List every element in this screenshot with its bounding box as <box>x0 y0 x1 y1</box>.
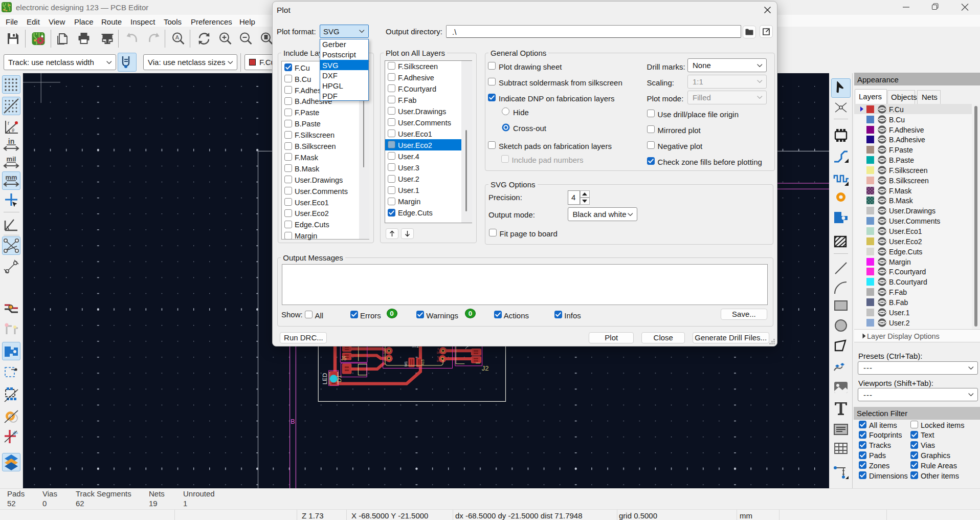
svg-text:7: 7 <box>383 355 385 358</box>
svg-text:3: 3 <box>437 348 439 351</box>
svg-text:θ: θ <box>12 127 14 133</box>
svg-text:in: in <box>8 137 14 145</box>
svg-text:D7: D7 <box>437 359 440 362</box>
svg-text:415: 415 <box>421 359 425 365</box>
svg-text:M1: M1 <box>404 361 408 367</box>
svg-text:D8: D8 <box>437 351 440 354</box>
svg-text:LED: LED <box>322 373 328 384</box>
svg-text:A: A <box>175 34 180 40</box>
svg-text:B: B <box>291 418 295 425</box>
svg-text:5: 5 <box>383 348 385 351</box>
svg-text:J5: J5 <box>341 355 346 361</box>
svg-text:J2: J2 <box>482 364 489 372</box>
svg-text:r: r <box>8 120 10 126</box>
svg-text:mil: mil <box>7 155 16 163</box>
svg-text:5: 5 <box>437 356 439 359</box>
svg-text:D1: D1 <box>336 375 342 383</box>
svg-text:mm: mm <box>5 174 17 181</box>
